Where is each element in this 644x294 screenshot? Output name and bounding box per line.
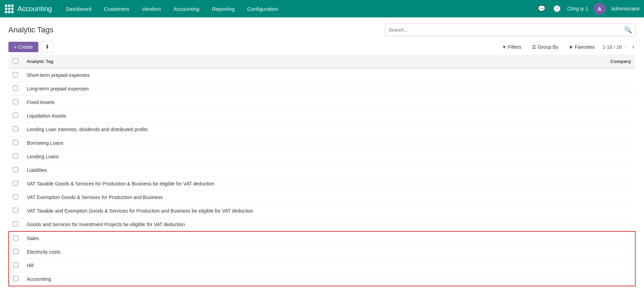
analytic-tags-table-wrapper: Analytic Tag Company Short-term prepaid … xyxy=(0,55,644,286)
nav-reporting[interactable]: Reporting xyxy=(206,4,240,14)
row-analytic-tag: Borrowing Loans xyxy=(23,136,566,150)
next-page-button[interactable]: › xyxy=(631,42,636,51)
filters-button[interactable]: ▼ Filters xyxy=(499,43,524,51)
row-checkbox[interactable] xyxy=(13,208,18,213)
company-name[interactable]: Công ty 1 xyxy=(567,6,588,11)
nav-configuration[interactable]: Configuration xyxy=(242,4,284,14)
filters-label: Filters xyxy=(508,44,521,50)
row-analytic-tag: VAT Exemption Goods & Services for Produ… xyxy=(23,191,566,204)
header-checkbox-col xyxy=(9,55,23,68)
table-row[interactable]: VAT Taxable and Exemption Goods & Servic… xyxy=(9,204,635,218)
nav-customers[interactable]: Customers xyxy=(98,4,135,14)
row-analytic-tag: Liabilities xyxy=(23,164,566,177)
row-checkbox[interactable] xyxy=(13,276,18,281)
row-company xyxy=(566,96,635,109)
header-analytic-tag: Analytic Tag xyxy=(23,55,566,68)
row-analytic-tag: Goods and Services for Investment Projec… xyxy=(23,218,566,232)
toolbar-left: + Create ⬇ xyxy=(8,41,53,53)
row-analytic-tag: Short-term prepaid expenses xyxy=(23,68,566,82)
toolbar: + Create ⬇ ▼ Filters ☰ Group By ★ Favori… xyxy=(0,39,644,55)
row-checkbox[interactable] xyxy=(13,167,18,172)
row-checkbox[interactable] xyxy=(13,72,18,77)
apps-menu-icon[interactable] xyxy=(4,4,14,14)
row-analytic-tag: Long-term prepaid expenses xyxy=(23,82,566,96)
row-analytic-tag: Lending Loans xyxy=(23,150,566,164)
group-by-button[interactable]: ☰ Group By xyxy=(529,43,561,51)
row-company xyxy=(566,245,635,259)
row-company xyxy=(566,136,635,150)
row-analytic-tag: Fixed Assets xyxy=(23,96,566,109)
clock-icon[interactable]: 🕐 xyxy=(552,4,562,14)
table-row[interactable]: Liabilities xyxy=(9,164,635,177)
table-row[interactable]: Liquidation Assets xyxy=(9,109,635,123)
filter-icon: ▼ xyxy=(502,44,507,50)
row-checkbox[interactable] xyxy=(13,153,18,159)
table-row[interactable]: Long-term prepaid expenses xyxy=(9,82,635,96)
avatar[interactable]: A xyxy=(594,3,606,15)
nav-accounting[interactable]: Accounting xyxy=(168,4,205,14)
row-company xyxy=(566,177,635,191)
prev-page-button[interactable]: ‹ xyxy=(624,42,629,51)
row-company xyxy=(566,204,635,218)
toolbar-right: ▼ Filters ☰ Group By ★ Favorites 1-16 / … xyxy=(499,42,636,51)
row-analytic-tag: Accounting xyxy=(23,272,566,286)
table-row[interactable]: VAT Exemption Goods & Services for Produ… xyxy=(9,191,635,204)
row-checkbox[interactable] xyxy=(13,221,18,227)
group-by-label: Group By xyxy=(538,44,558,50)
nav-dashboard[interactable]: Dashboard xyxy=(60,4,97,14)
pagination: 1-16 / 16 ‹ › xyxy=(603,42,636,51)
table-row[interactable]: Electricity costs xyxy=(9,245,635,259)
row-company xyxy=(566,164,635,177)
row-company xyxy=(566,231,635,245)
topnav-right: 💬 🕐 Công ty 1 A Administrator xyxy=(537,3,640,15)
row-analytic-tag: VAT Taxable and Exemption Goods & Servic… xyxy=(23,204,566,218)
row-analytic-tag: Electricity costs xyxy=(23,245,566,259)
row-checkbox[interactable] xyxy=(13,249,18,254)
create-button[interactable]: + Create xyxy=(8,42,38,52)
row-company xyxy=(566,259,635,272)
pagination-text: 1-16 / 16 xyxy=(603,44,622,50)
table-row[interactable]: Lending Loans xyxy=(9,150,635,164)
row-checkbox[interactable] xyxy=(13,86,18,91)
row-company xyxy=(566,123,635,136)
table-row[interactable]: Fixed Assets xyxy=(9,96,635,109)
top-navigation: Accounting Dashboard Customers Vendors A… xyxy=(0,0,644,17)
row-analytic-tag: Liquidation Assets xyxy=(23,109,566,123)
row-company xyxy=(566,68,635,82)
favorites-button[interactable]: ★ Favorites xyxy=(566,43,598,51)
analytic-tags-table: Analytic Tag Company Short-term prepaid … xyxy=(8,55,636,286)
row-checkbox[interactable] xyxy=(13,181,18,186)
table-row[interactable]: Borrowing Loans xyxy=(9,136,635,150)
table-row[interactable]: Lending Loan Interests, dividends and di… xyxy=(9,123,635,136)
table-row[interactable]: Goods and Services for Investment Projec… xyxy=(9,218,635,232)
search-input[interactable] xyxy=(389,27,624,33)
username[interactable]: Administrator xyxy=(611,6,640,11)
row-checkbox[interactable] xyxy=(13,235,18,240)
download-button[interactable]: ⬇ xyxy=(41,41,53,53)
table-row[interactable]: Sales xyxy=(9,231,635,245)
row-company xyxy=(566,82,635,96)
row-checkbox[interactable] xyxy=(13,126,18,132)
table-row[interactable]: Accounting xyxy=(9,272,635,286)
row-checkbox[interactable] xyxy=(13,99,18,104)
row-checkbox[interactable] xyxy=(13,194,18,199)
row-analytic-tag: Lending Loan Interests, dividends and di… xyxy=(23,123,566,136)
table-header: Analytic Tag Company xyxy=(9,55,635,68)
chat-icon[interactable]: 💬 xyxy=(537,4,546,14)
table-row[interactable]: HR xyxy=(9,259,635,272)
table-row[interactable]: Short-term prepaid expenses xyxy=(9,68,635,82)
nav-menu: Dashboard Customers Vendors Accounting R… xyxy=(60,4,537,14)
search-icon[interactable]: 🔍 xyxy=(624,26,632,34)
nav-vendors[interactable]: Vendors xyxy=(136,4,167,14)
row-checkbox[interactable] xyxy=(13,140,18,145)
table-row[interactable]: VAT Taxable Goods & Services for Product… xyxy=(9,177,635,191)
page-header: Analytic Tags 🔍 xyxy=(0,17,644,39)
row-checkbox[interactable] xyxy=(13,262,18,268)
row-analytic-tag: HR xyxy=(23,259,566,272)
row-checkbox[interactable] xyxy=(13,113,18,118)
row-company xyxy=(566,218,635,232)
table-body: Short-term prepaid expensesLong-term pre… xyxy=(9,68,635,286)
row-company xyxy=(566,272,635,286)
row-company xyxy=(566,109,635,123)
select-all-checkbox[interactable] xyxy=(13,58,18,63)
